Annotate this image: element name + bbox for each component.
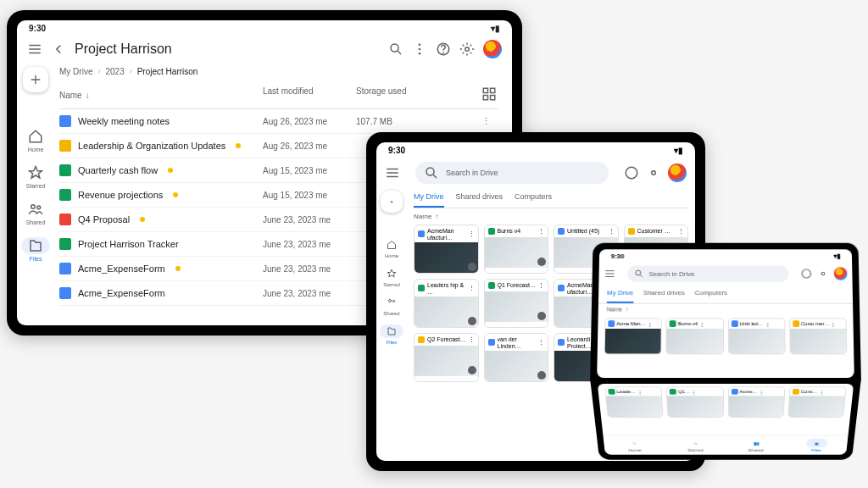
file-card[interactable]: Burns v4⋮ [484,225,549,274]
file-type-icon [670,320,676,327]
menu-icon[interactable] [27,42,42,57]
more-icon[interactable] [412,42,427,57]
card-more-icon[interactable]: ⋮ [831,321,836,327]
rail-shared[interactable]: Shared [21,201,50,225]
svg-point-14 [626,167,637,179]
tab-computers[interactable]: Computers [515,187,552,208]
breadcrumbs[interactable]: My Drive› 2023› Project Harrison [59,62,498,81]
rail-shared[interactable]: Shared [380,296,403,316]
account-avatar[interactable] [834,267,848,280]
card-more-icon[interactable]: ⋮ [538,228,544,235]
card-more-icon[interactable]: ⋮ [469,230,475,237]
row-more-icon[interactable]: ⋮ [481,116,498,127]
card-more-icon[interactable]: ⋮ [538,339,544,346]
help-icon[interactable] [800,268,812,279]
file-card[interactable]: Q2 Forecast…⋮ [414,333,479,382]
file-card[interactable]: Q1 Forecast…⋮ [484,279,549,328]
page-title: Project Harrison [75,42,380,57]
file-card[interactable]: Custo mer…⋮ [789,318,847,354]
card-more-icon[interactable]: ⋮ [469,336,475,343]
thumbnail [415,242,478,273]
rail-starred[interactable]: Starred [380,267,403,287]
card-more-icon[interactable]: ⋮ [759,389,764,394]
status-bar: 9:30 ▾▮ [17,20,512,36]
nav-files[interactable]: ▣Files [806,438,828,452]
file-card[interactable]: Untit led…⋮ [727,318,785,354]
rail-files[interactable]: Files [21,237,50,262]
shared-badge-icon [468,263,476,271]
tab-shared-drives[interactable]: Shared drives [456,187,504,208]
file-type-icon [558,228,565,235]
svg-point-7 [31,205,36,209]
new-button[interactable] [23,67,48,92]
file-grid-continued: Leade…⋮Q1…⋮Acme…⋮Cons…⋮ [598,384,854,420]
settings-icon[interactable] [459,42,475,57]
card-more-icon[interactable]: ⋮ [678,228,684,235]
account-avatar[interactable] [668,164,687,182]
file-modified: Aug 26, 2023 me [263,117,356,126]
file-type-icon [793,320,799,327]
new-button[interactable]: ＋ [381,191,403,213]
back-icon[interactable] [51,42,66,57]
svg-point-0 [391,44,398,52]
tab-shared-drives[interactable]: Shared drives [643,285,685,303]
column-headers[interactable]: Name ↓ Last modified Storage used [59,81,498,109]
search-icon[interactable] [388,42,403,57]
file-card[interactable]: Acme…⋮ [727,386,785,418]
rail-home[interactable]: Home [21,128,50,152]
file-card[interactable]: Leaders hip & …⋮ [414,279,479,328]
tab-my-drive[interactable]: My Drive [414,187,444,208]
account-avatar[interactable] [483,40,502,58]
rail-home[interactable]: Home [380,238,403,258]
file-name: Acme Man… [616,321,645,326]
tab-computers[interactable]: Computers [694,285,727,303]
card-more-icon[interactable]: ⋮ [765,321,770,327]
card-more-icon[interactable]: ⋮ [469,285,475,291]
rail-files[interactable]: Files [380,324,403,345]
card-more-icon[interactable]: ⋮ [819,389,824,394]
menu-icon[interactable] [604,268,615,279]
file-modified: Aug 15, 2023 me [263,166,356,175]
view-toggle-icon[interactable] [481,86,497,102]
file-row[interactable]: Weekly meeting notesAug 26, 2023 me107.7… [59,109,498,134]
shared-badge-icon [537,371,546,380]
settings-icon[interactable] [817,268,829,279]
card-more-icon[interactable]: ⋮ [609,228,615,235]
file-type-icon [793,389,799,395]
thumbnail [788,396,845,417]
svg-rect-12 [491,96,495,100]
tab-my-drive[interactable]: My Drive [607,285,633,303]
file-card[interactable]: Cons…⋮ [787,386,847,418]
help-icon[interactable] [624,165,639,180]
file-type-icon [59,214,71,225]
search-field[interactable]: Search in Drive [627,265,789,281]
file-type-icon [59,164,71,176]
card-more-icon[interactable]: ⋮ [699,321,704,327]
file-card[interactable]: Leade…⋮ [604,386,664,418]
thumbnail [728,396,783,417]
file-card[interactable]: Acme Man…⋮ [604,318,662,354]
sort-control[interactable]: Name ↑ [598,304,854,315]
rail-starred[interactable]: Starred [21,164,50,189]
file-card[interactable]: AcmeMan ufacturi…⋮ [414,225,479,274]
activity-badge [175,266,181,271]
sort-desc-icon: ↓ [86,91,90,100]
file-card[interactable]: Burns v4⋮ [666,318,724,354]
file-card[interactable]: Q1…⋮ [666,386,724,418]
help-icon[interactable] [436,42,451,57]
card-more-icon[interactable]: ⋮ [538,282,544,289]
menu-icon[interactable] [385,165,400,180]
file-type-icon [628,228,635,235]
sort-control[interactable]: Name ↑ [414,208,688,225]
settings-icon[interactable] [646,165,661,180]
nav-shared[interactable]: 👥Shared [745,438,766,452]
file-name: Q4 Proposal [78,214,130,225]
thumbnail [667,329,723,353]
card-more-icon[interactable]: ⋮ [692,389,697,394]
search-field[interactable]: Search in Drive [415,162,609,184]
card-more-icon[interactable]: ⋮ [637,389,643,394]
card-more-icon[interactable]: ⋮ [648,321,653,327]
nav-home[interactable]: ⌂Home [624,438,646,452]
nav-starred[interactable]: ☆Starred [685,438,706,452]
file-card[interactable]: van der Linden…⋮ [484,333,549,382]
